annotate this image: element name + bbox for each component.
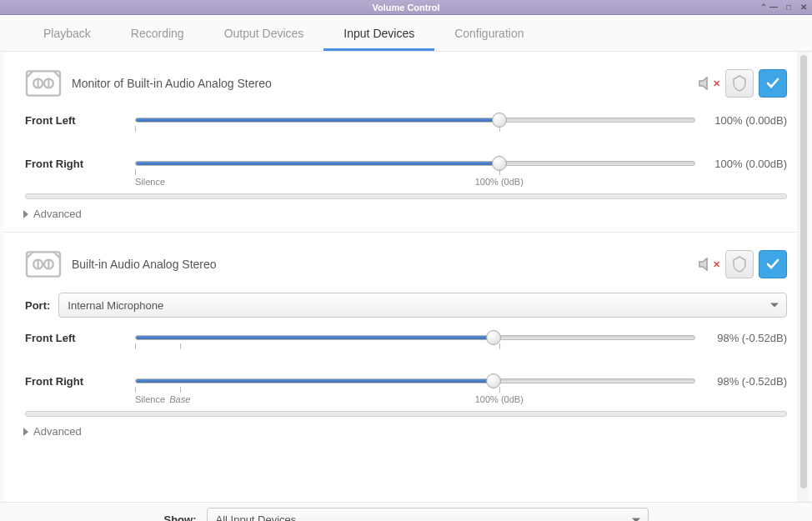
tick-base: Base — [169, 394, 190, 404]
footer-bar: Show: All Input Devices — [0, 502, 812, 521]
title-bar: Volume Control ⌃ — □ ✕ — [0, 0, 812, 15]
vu-meter — [25, 411, 787, 417]
volume-readout: 100% (0.00dB) — [695, 158, 787, 170]
svg-marker-5 — [699, 78, 707, 89]
tick-silence: Silence — [135, 394, 165, 404]
mute-x-icon: ✕ — [713, 78, 720, 89]
tab-playback[interactable]: Playback — [23, 17, 111, 51]
scrollbar-thumb[interactable] — [800, 55, 807, 488]
channel-label: Front Right — [25, 375, 135, 388]
tab-configuration[interactable]: Configuration — [434, 17, 544, 51]
mute-button[interactable]: ✕ — [699, 77, 720, 90]
tab-recording[interactable]: Recording — [111, 17, 204, 51]
window-title: Volume Control — [372, 3, 439, 13]
maximize-icon[interactable]: □ — [784, 2, 794, 12]
port-select[interactable]: Internal Microphone — [58, 293, 787, 318]
device-builtin: Built-in Audio Analog Stereo ✕ — [3, 232, 809, 449]
lock-channels-button[interactable] — [725, 69, 754, 98]
scrollbar-track[interactable] — [797, 52, 809, 502]
channel-label: Front Left — [25, 332, 135, 344]
volume-readout: 98% (-0.52dB) — [695, 332, 787, 344]
volume-readout: 98% (-0.52dB) — [695, 375, 787, 388]
advanced-expander[interactable]: Advanced — [23, 425, 787, 438]
svg-marker-11 — [699, 258, 707, 270]
device-title: Monitor of Built-in Audio Analog Stereo — [72, 77, 689, 90]
volume-slider-front-left[interactable] — [135, 112, 695, 128]
volume-readout: 100% (0.00dB) — [695, 114, 787, 127]
sound-card-icon — [25, 248, 62, 281]
tick-100: 100% (0dB) — [475, 394, 524, 404]
mute-button[interactable]: ✕ — [699, 258, 720, 271]
restore-down-icon[interactable]: ⌃ — [760, 3, 767, 12]
minimize-icon[interactable]: — — [769, 2, 779, 12]
tab-bar: Playback Recording Output Devices Input … — [0, 15, 812, 52]
content-pane: Monitor of Built-in Audio Analog Stereo … — [3, 52, 809, 502]
tab-output-devices[interactable]: Output Devices — [204, 17, 324, 51]
volume-slider-front-right[interactable] — [135, 373, 695, 389]
show-label: Show: — [164, 513, 197, 521]
channel-label: Front Right — [25, 158, 135, 170]
sound-card-icon — [25, 67, 62, 100]
volume-slider-front-left[interactable] — [135, 329, 695, 346]
volume-slider-front-right[interactable] — [135, 155, 695, 172]
advanced-expander[interactable]: Advanced — [23, 208, 787, 220]
tab-input-devices[interactable]: Input Devices — [323, 17, 434, 51]
lock-channels-button[interactable] — [725, 250, 754, 278]
mute-x-icon: ✕ — [713, 259, 720, 270]
set-default-button[interactable] — [759, 69, 787, 98]
channel-label: Front Left — [25, 114, 135, 127]
show-select[interactable]: All Input Devices — [207, 508, 649, 522]
expander-triangle-icon — [23, 428, 28, 436]
vu-meter — [25, 193, 787, 199]
close-icon[interactable]: ✕ — [799, 2, 809, 12]
tick-100: 100% (0dB) — [475, 177, 524, 187]
set-default-button[interactable] — [759, 250, 787, 278]
device-monitor: Monitor of Built-in Audio Analog Stereo … — [3, 52, 809, 232]
port-label: Port: — [25, 299, 50, 312]
tick-silence: Silence — [135, 177, 165, 187]
expander-triangle-icon — [23, 210, 28, 218]
device-title: Built-in Audio Analog Stereo — [72, 258, 689, 271]
